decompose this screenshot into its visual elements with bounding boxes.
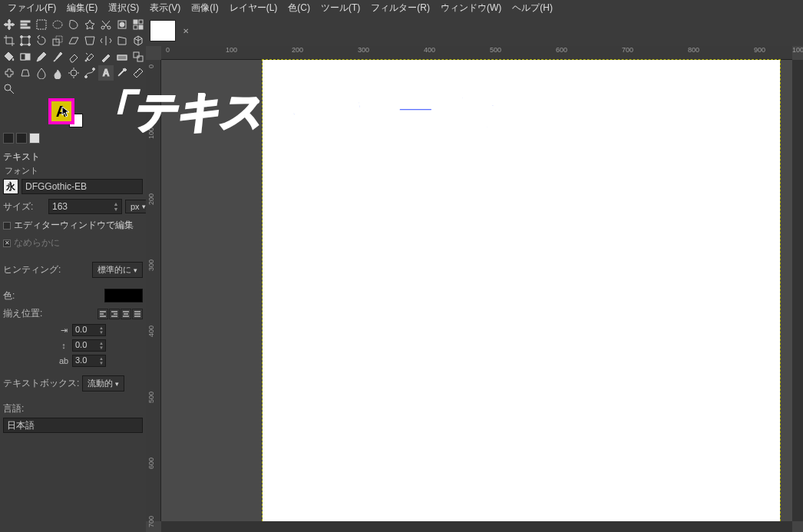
tool-paintbrush[interactable] bbox=[50, 49, 65, 64]
tool-3d[interactable] bbox=[131, 33, 146, 48]
vertical-scrollbar[interactable] bbox=[792, 60, 803, 521]
justify-buttons bbox=[97, 309, 143, 319]
document-thumbnail[interactable] bbox=[150, 20, 176, 41]
menu-window[interactable]: ウィンドウ(W) bbox=[436, 0, 506, 16]
tool-mypaint[interactable] bbox=[114, 49, 130, 64]
size-input[interactable]: 163 ▲▼ bbox=[48, 199, 122, 214]
tutorial-annotation: 「テキスト」ツールを選択 bbox=[91, 83, 603, 141]
tool-ellipse-select[interactable] bbox=[50, 17, 65, 32]
menu-view[interactable]: 表示(V) bbox=[145, 0, 185, 16]
align-right-icon[interactable] bbox=[109, 309, 120, 319]
tool-options-title: テキスト bbox=[3, 149, 143, 165]
menu-select[interactable]: 選択(S) bbox=[104, 0, 144, 16]
tool-scissors[interactable] bbox=[98, 17, 114, 32]
tool-perspective[interactable] bbox=[82, 33, 97, 48]
tool-shear[interactable] bbox=[66, 33, 81, 48]
menu-image[interactable]: 画像(I) bbox=[187, 0, 223, 16]
tool-paths[interactable] bbox=[82, 65, 97, 81]
letter-spacing-input[interactable]: 3.0 ▲▼ bbox=[72, 355, 106, 367]
menu-bar: ファイル(F) 編集(E) 選択(S) 表示(V) 画像(I) レイヤー(L) … bbox=[0, 0, 803, 15]
size-value: 163 bbox=[52, 201, 68, 212]
close-tab-icon[interactable]: ✕ bbox=[180, 25, 191, 36]
svg-point-29 bbox=[85, 76, 88, 78]
tool-color-picker[interactable] bbox=[114, 65, 130, 81]
line-spacing-input[interactable]: 0.0 ▲▼ bbox=[72, 339, 106, 352]
menu-filter[interactable]: フィルター(R) bbox=[366, 0, 435, 16]
tool-dodge[interactable] bbox=[66, 65, 81, 81]
text-color-swatch[interactable] bbox=[104, 289, 143, 302]
tool-text[interactable]: A bbox=[98, 65, 114, 81]
tool-move[interactable] bbox=[2, 17, 17, 32]
ruler-v-tick: 0 bbox=[147, 64, 155, 68]
dock-tab-3[interactable] bbox=[29, 133, 40, 144]
svg-rect-12 bbox=[139, 25, 143, 29]
tool-cage[interactable] bbox=[114, 33, 130, 48]
hinting-select[interactable]: 標準的に ▾ bbox=[92, 262, 143, 278]
svg-point-16 bbox=[21, 44, 23, 46]
tool-blur[interactable] bbox=[34, 65, 49, 81]
tool-zoom[interactable] bbox=[2, 81, 17, 97]
edit-window-checkbox[interactable] bbox=[3, 222, 11, 230]
menu-file[interactable]: ファイル(F) bbox=[3, 0, 61, 16]
tool-eraser[interactable] bbox=[66, 49, 81, 64]
svg-point-28 bbox=[71, 70, 77, 76]
tool-foreground-select[interactable] bbox=[114, 17, 130, 32]
svg-rect-27 bbox=[137, 56, 143, 61]
tool-color-select[interactable] bbox=[131, 17, 146, 32]
svg-rect-13 bbox=[21, 37, 29, 45]
tool-heal[interactable] bbox=[2, 65, 17, 81]
align-center-icon[interactable] bbox=[121, 309, 131, 319]
tool-measure[interactable] bbox=[131, 65, 146, 81]
align-left-icon[interactable] bbox=[97, 309, 108, 319]
tool-bucket[interactable] bbox=[2, 49, 17, 64]
menu-edit[interactable]: 編集(E) bbox=[62, 0, 102, 16]
svg-rect-10 bbox=[139, 20, 143, 24]
tool-options-panel: テキスト フォント 永 DFGGothic-EB サイズ: 163 ▲▼ px … bbox=[0, 146, 146, 433]
svg-point-30 bbox=[93, 68, 95, 71]
align-justify-icon[interactable] bbox=[132, 309, 143, 319]
line-spacing-icon: ↕ bbox=[58, 340, 69, 351]
tool-transform[interactable] bbox=[18, 33, 33, 48]
indent-input[interactable]: 0.0 ▲▼ bbox=[72, 324, 106, 336]
menu-layer[interactable]: レイヤー(L) bbox=[225, 0, 283, 16]
tool-align[interactable] bbox=[18, 17, 33, 32]
tool-crop[interactable] bbox=[2, 33, 17, 48]
tool-free-select[interactable] bbox=[66, 17, 81, 32]
ruler-h-tick: 800 bbox=[688, 46, 699, 54]
language-select[interactable]: 日本語 bbox=[3, 418, 143, 433]
svg-point-17 bbox=[28, 44, 31, 46]
tool-smudge[interactable] bbox=[50, 65, 65, 81]
tool-flip[interactable] bbox=[98, 33, 114, 48]
ruler-h-tick: 400 bbox=[424, 46, 435, 54]
tool-rotate[interactable] bbox=[34, 33, 49, 48]
ruler-v-tick: 600 bbox=[147, 458, 155, 469]
menu-help[interactable]: ヘルプ(H) bbox=[507, 0, 557, 16]
tool-rect-select[interactable] bbox=[34, 17, 49, 32]
hinting-label: ヒンティング: bbox=[3, 263, 61, 276]
font-icon[interactable]: 永 bbox=[3, 179, 18, 194]
dock-tab-1[interactable] bbox=[3, 133, 14, 144]
tool-clone[interactable] bbox=[131, 49, 146, 64]
tool-ink[interactable] bbox=[98, 49, 114, 64]
svg-rect-11 bbox=[134, 25, 137, 29]
tool-fuzzy-select[interactable] bbox=[82, 17, 97, 32]
size-unit-value: px bbox=[131, 202, 140, 211]
ruler-v-tick: 400 bbox=[147, 325, 155, 337]
antialias-checkbox[interactable] bbox=[3, 240, 11, 247]
tool-scale[interactable] bbox=[50, 33, 65, 48]
tool-pencil[interactable] bbox=[34, 49, 49, 64]
ruler-horizontal[interactable]: 0 100 200 300 400 500 600 700 800 900 10… bbox=[161, 46, 792, 60]
tool-gradient[interactable] bbox=[18, 49, 33, 64]
box-mode-value: 流動的 bbox=[88, 378, 113, 389]
menu-color[interactable]: 色(C) bbox=[283, 0, 315, 16]
box-mode-select[interactable]: 流動的 ▾ bbox=[82, 375, 124, 392]
tool-perspective-clone[interactable] bbox=[18, 65, 33, 81]
horizontal-scrollbar[interactable] bbox=[161, 521, 792, 532]
size-spinner[interactable]: ▲▼ bbox=[112, 200, 120, 213]
tool-airbrush[interactable] bbox=[82, 49, 97, 64]
menu-tool[interactable]: ツール(T) bbox=[316, 0, 365, 16]
hinting-value: 標準的に bbox=[97, 264, 131, 276]
indent-icon: ⇥ bbox=[58, 325, 69, 335]
font-select[interactable]: DFGGothic-EB bbox=[21, 179, 143, 194]
dock-tab-2[interactable] bbox=[16, 133, 27, 144]
